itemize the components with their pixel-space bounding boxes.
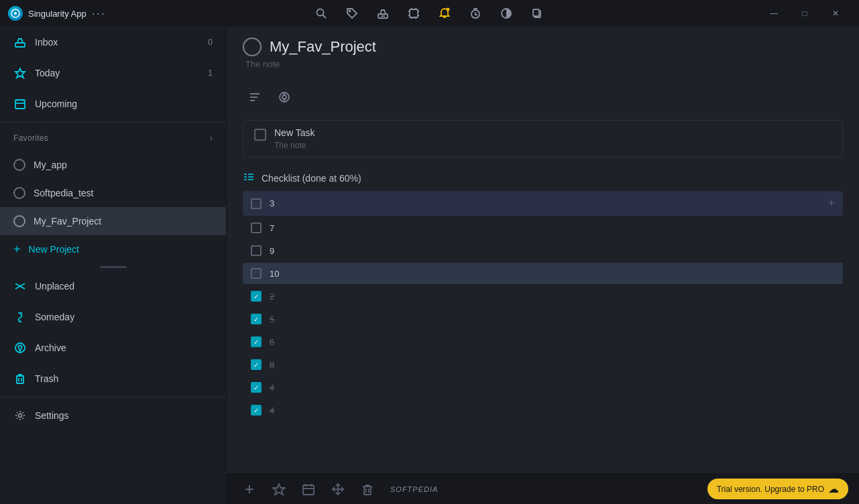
checklist-item-text: 3 — [270, 198, 827, 208]
checklist-item[interactable]: 6 — [243, 331, 843, 353]
checklist-item-text: 10 — [270, 269, 835, 279]
sidebar-item-inbox[interactable]: Inbox 0 — [0, 27, 226, 58]
softpedia-test-label: Softpedia_test — [34, 188, 94, 198]
unplaced-label: Unplaced — [35, 281, 213, 292]
checklist-item-checkbox[interactable] — [251, 382, 262, 393]
duplicate-button[interactable] — [522, 0, 552, 27]
checklist-item[interactable]: 4 — [243, 377, 843, 398]
new-task-title: New Task — [274, 127, 832, 138]
filter-button[interactable] — [272, 85, 296, 109]
inbox-count: 0 — [208, 38, 213, 47]
checklist-item[interactable]: 2 — [243, 286, 843, 307]
svg-rect-55 — [303, 485, 314, 495]
delete-button[interactable] — [355, 477, 380, 501]
checklist-item[interactable]: 7 — [243, 217, 843, 239]
contrast-button[interactable] — [492, 0, 521, 27]
sidebar-item-my-fav-project[interactable]: My_Fav_Project — [0, 207, 226, 235]
new-task-content: New Task The note — [274, 127, 832, 150]
checklist-item[interactable]: 3 + — [243, 191, 843, 216]
checklist-item-checkbox[interactable] — [251, 245, 262, 256]
svg-point-43 — [282, 95, 286, 99]
my-app-label: My_app — [34, 160, 67, 170]
sidebar-item-today[interactable]: Today 1 — [0, 58, 226, 88]
content-toolbar — [227, 80, 859, 115]
checklist-item-text: 4 — [270, 383, 835, 393]
sidebar-item-someday[interactable]: Someday — [0, 302, 226, 332]
app-logo — [8, 6, 23, 21]
close-button[interactable]: ✕ — [820, 0, 851, 27]
tag-button[interactable] — [337, 0, 367, 27]
someday-icon — [13, 310, 27, 324]
favorites-section[interactable]: Favorites › — [0, 125, 226, 151]
app-name: Singularity App — [28, 9, 87, 19]
new-project-plus-icon: + — [13, 243, 21, 257]
new-task-row: New Task The note — [243, 120, 843, 158]
inbox-icon — [13, 36, 27, 49]
settings-label: Settings — [35, 410, 213, 421]
new-project-label: New Project — [29, 244, 79, 255]
favorites-arrow-icon: › — [210, 133, 213, 143]
sort-button[interactable] — [243, 85, 267, 109]
favorites-label: Favorites — [13, 133, 48, 143]
checklist-item-checkbox[interactable] — [251, 359, 262, 370]
checklist-item-checkbox[interactable] — [251, 223, 262, 233]
checklist-item-checkbox[interactable] — [251, 268, 262, 279]
svg-point-2 — [317, 9, 324, 16]
new-project-button[interactable]: + New Project — [0, 235, 226, 263]
tray-button[interactable] — [368, 0, 398, 27]
today-icon — [13, 66, 27, 80]
upcoming-icon — [13, 97, 27, 111]
checklist-item-checkbox[interactable] — [251, 291, 262, 302]
maximize-button[interactable]: □ — [789, 0, 820, 27]
archive-icon — [13, 341, 27, 355]
checklist-item-add-icon[interactable]: + — [827, 196, 835, 210]
my-fav-project-label: My_Fav_Project — [34, 216, 101, 227]
main-layout: Inbox 0 Today 1 Upcoming — [0, 27, 859, 504]
checklist-item[interactable]: 8 — [243, 354, 843, 375]
window-controls: — □ ✕ — [758, 0, 851, 27]
checklist-item-checkbox[interactable] — [251, 198, 262, 209]
checklist-item[interactable]: 5 — [243, 308, 843, 330]
archive-label: Archive — [35, 342, 213, 353]
sidebar-item-unplaced[interactable]: Unplaced — [0, 271, 226, 302]
star-button[interactable] — [267, 477, 291, 501]
checklist-item-checkbox[interactable] — [251, 314, 262, 324]
search-button[interactable] — [306, 0, 336, 27]
checklist-item[interactable]: 4 — [243, 399, 843, 421]
sidebar-item-softpedia-test[interactable]: Softpedia_test — [0, 179, 226, 207]
svg-point-38 — [19, 414, 22, 418]
checklist-item-text: 6 — [270, 337, 835, 347]
calendar-button[interactable] — [296, 477, 321, 501]
inbox-label: Inbox — [35, 37, 200, 48]
sidebar-item-trash[interactable]: Trash — [0, 363, 226, 394]
svg-point-17 — [447, 8, 450, 11]
app-menu-button[interactable]: ··· — [92, 7, 106, 21]
trial-upgrade-button[interactable]: Trial version. Upgrade to PRO ☁ — [707, 479, 848, 499]
sidebar: Inbox 0 Today 1 Upcoming — [0, 27, 227, 504]
checklist-item-checkbox[interactable] — [251, 405, 262, 416]
project-title: My_Fav_Project — [270, 38, 376, 56]
add-task-button[interactable] — [237, 477, 262, 501]
sidebar-item-archive[interactable]: Archive — [0, 332, 226, 363]
move-button[interactable] — [326, 477, 350, 501]
checklist-item-checkbox[interactable] — [251, 336, 262, 347]
bell-button[interactable] — [430, 0, 459, 27]
capture-button[interactable] — [399, 0, 428, 27]
task-list: New Task The note Checklist (done — [227, 115, 859, 473]
svg-point-4 — [349, 11, 351, 12]
title-bar: Singularity App ··· — [0, 0, 859, 27]
sidebar-item-my-app[interactable]: My_app — [0, 151, 226, 179]
someday-label: Someday — [35, 312, 213, 322]
checklist-item[interactable]: 10 — [243, 263, 843, 284]
sidebar-item-upcoming[interactable]: Upcoming — [0, 88, 226, 119]
bottom-toolbar: SOFTPEDIA Trial version. Upgrade to PRO … — [227, 473, 859, 504]
trial-text: Trial version. Upgrade to PRO — [717, 485, 824, 494]
checklist-header: Checklist (done at 60%) — [243, 168, 843, 191]
timer-button[interactable] — [461, 0, 490, 27]
sidebar-item-settings[interactable]: Settings — [0, 400, 226, 431]
softpedia-circle-icon — [13, 187, 25, 199]
checklist-item-text: 9 — [270, 246, 835, 256]
checklist-item[interactable]: 9 — [243, 240, 843, 261]
new-task-checkbox[interactable] — [254, 129, 266, 141]
minimize-button[interactable]: — — [758, 0, 789, 27]
